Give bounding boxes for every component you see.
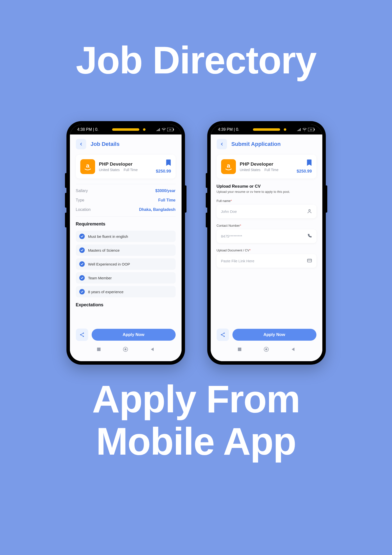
status-time: 4:38 PM | 0. — [77, 127, 99, 132]
bookmark-button[interactable] — [297, 159, 312, 167]
svg-point-22 — [265, 348, 267, 350]
job-location: United States — [99, 168, 120, 172]
wifi-icon — [162, 128, 166, 131]
amazon-logo-icon: a — [224, 162, 233, 171]
requirement-text: Team Member — [88, 276, 112, 280]
bookmark-button[interactable] — [156, 159, 171, 167]
svg-rect-20 — [238, 348, 241, 351]
upload-heading: Upload Resume or CV — [217, 184, 316, 189]
share-icon — [79, 332, 85, 337]
svg-text:a: a — [227, 162, 230, 169]
document-input[interactable]: Paste File Link Here — [217, 254, 316, 268]
requirement-item: 8 years of experience — [76, 286, 176, 297]
input-placeholder: John Doe — [221, 209, 237, 214]
share-button[interactable] — [217, 329, 229, 341]
share-button[interactable] — [76, 329, 88, 341]
status-pill — [253, 128, 280, 131]
detail-label: Type — [76, 198, 84, 202]
nav-recent-icon[interactable] — [237, 347, 242, 353]
svg-rect-15 — [307, 259, 311, 262]
job-title: PHP Developer — [240, 161, 293, 167]
requirement-item: Well Experienced in OOP — [76, 258, 176, 270]
chevron-left-icon — [220, 142, 224, 146]
nav-back-icon[interactable] — [291, 347, 295, 353]
detail-value: Dhaka, Bangladesh — [139, 207, 176, 212]
company-logo: a — [221, 159, 236, 174]
requirement-item: Team Member — [76, 272, 176, 284]
android-nav-bar — [76, 343, 176, 357]
document-label: Upload Document / CV* — [217, 248, 316, 252]
phones-row: 4:38 PM | 0. 20 Job Details — [0, 121, 392, 365]
company-logo: a — [80, 159, 95, 174]
status-right: 20 — [297, 128, 315, 131]
signal-icon — [297, 128, 301, 131]
phone-icon — [307, 233, 312, 239]
job-card[interactable]: a PHP Developer United States Full Time — [76, 155, 176, 178]
bookmark-icon — [307, 159, 312, 166]
apply-button[interactable]: Apply Now — [92, 329, 176, 341]
apply-button[interactable]: Apply Now — [232, 329, 316, 341]
detail-label: Sallary — [76, 189, 88, 193]
requirement-text: Must be fluent in english — [88, 234, 128, 239]
job-meta: United States Full Time — [240, 168, 293, 172]
chevron-left-icon — [79, 142, 83, 146]
job-card[interactable]: a PHP Developer United States Full Time — [217, 155, 316, 178]
status-dot — [143, 128, 145, 131]
svg-rect-11 — [314, 129, 315, 130]
battery-icon: 20 — [167, 128, 174, 131]
svg-rect-1 — [173, 129, 174, 130]
share-icon — [220, 332, 226, 337]
nav-back-icon[interactable] — [150, 347, 155, 353]
person-icon — [307, 209, 312, 214]
android-nav-bar — [217, 343, 316, 357]
detail-row: Type Full Time — [76, 196, 176, 205]
contact-label: Contact Number* — [217, 224, 316, 227]
bottom-bar: Apply Now — [217, 324, 316, 341]
svg-point-9 — [124, 348, 126, 350]
job-price: $250.99 — [156, 169, 171, 174]
hero-title: Job Directory — [0, 38, 392, 82]
svg-rect-7 — [97, 348, 101, 351]
app-header: Job Details — [76, 139, 176, 149]
check-icon — [79, 261, 85, 267]
status-pill — [112, 128, 139, 131]
phone-submit-application: 4:39 PM | 0. 20 Submit Application — [207, 121, 326, 365]
detail-row: Location Dhaka, Bangladesh — [76, 205, 176, 214]
detail-value: Full Time — [158, 198, 176, 202]
detail-row: Sallary $3000/year — [76, 186, 176, 196]
job-meta: United States Full Time — [99, 168, 152, 172]
detail-label: Location — [76, 207, 91, 212]
requirement-text: 8 years of experience — [88, 290, 124, 294]
job-price: $250.99 — [297, 169, 312, 174]
nav-home-icon[interactable] — [264, 347, 269, 353]
nav-home-icon[interactable] — [123, 347, 128, 353]
bookmark-icon — [166, 159, 171, 166]
detail-rows: Sallary $3000/year Type Full Time Locati… — [76, 184, 176, 217]
job-title: PHP Developer — [99, 161, 152, 167]
status-right: 20 — [156, 128, 174, 131]
nav-recent-icon[interactable] — [97, 347, 101, 353]
back-button[interactable] — [217, 139, 227, 149]
check-icon — [79, 275, 85, 281]
amazon-logo-icon: a — [83, 162, 92, 171]
check-icon — [79, 289, 85, 294]
battery-icon: 20 — [308, 128, 315, 131]
expectations-heading: Expectations — [76, 302, 176, 308]
input-placeholder: Paste File Link Here — [221, 259, 254, 263]
card-icon — [307, 258, 312, 264]
status-bar: 4:38 PM | 0. 20 — [70, 125, 182, 134]
svg-text:20: 20 — [169, 129, 171, 131]
requirement-text: Masters of Science — [88, 248, 120, 252]
contact-input[interactable]: 8475********* — [217, 229, 316, 243]
check-icon — [79, 247, 85, 253]
back-button[interactable] — [76, 139, 86, 149]
check-icon — [79, 234, 85, 239]
detail-value: $3000/year — [155, 189, 176, 193]
page-title: Submit Application — [231, 141, 281, 147]
status-time: 4:39 PM | 0. — [218, 127, 239, 132]
upload-subtext: Upload your resume or cv here to apply t… — [217, 190, 316, 194]
page-title: Job Details — [91, 141, 120, 147]
requirement-item: Must be fluent in english — [76, 231, 176, 242]
fullname-input[interactable]: John Doe — [217, 205, 316, 218]
requirement-item: Masters of Science — [76, 244, 176, 256]
